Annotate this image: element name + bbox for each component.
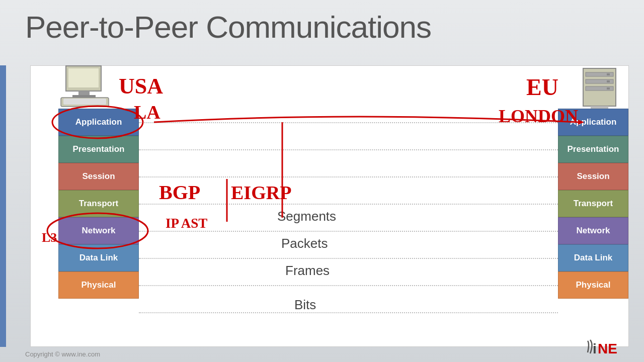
svg-rect-1	[68, 68, 99, 87]
logo: i NE	[584, 338, 629, 359]
dotted-line-session	[139, 176, 558, 177]
svg-rect-11	[607, 80, 610, 82]
left-layer-transport: Transport	[58, 190, 139, 217]
svg-rect-5	[63, 99, 106, 105]
svg-text:USA: USA	[119, 74, 163, 99]
right-layer-network: Network	[558, 217, 628, 244]
svg-text:NE: NE	[598, 341, 617, 356]
right-layer-physical: Physical	[558, 272, 628, 299]
left-layer-datalink: Data Link	[58, 244, 139, 272]
right-layer-session: Session	[558, 163, 628, 190]
svg-rect-10	[607, 73, 610, 75]
computer-right-icon	[576, 63, 626, 116]
left-layer-network: Network	[58, 217, 139, 244]
label-segments: Segments	[277, 209, 336, 224]
svg-text:L3: L3	[42, 230, 57, 245]
dotted-line-physical	[139, 285, 558, 286]
right-layer-application: Application	[558, 109, 628, 136]
svg-rect-12	[607, 87, 610, 89]
label-bits: Bits	[294, 297, 316, 313]
slide: Peer-to-Peer Communications	[0, 0, 644, 362]
left-osi-stack: Application Presentation Session Transpo…	[58, 109, 139, 299]
dotted-line-network	[139, 231, 558, 232]
dotted-line-application	[139, 122, 558, 123]
left-bar	[0, 65, 6, 347]
dotted-line-bottom	[139, 312, 558, 313]
left-layer-session: Session	[58, 163, 139, 190]
label-packets: Packets	[281, 236, 328, 251]
right-osi-stack: Application Presentation Session Transpo…	[558, 109, 628, 299]
content-area: Application Presentation Session Transpo…	[30, 65, 629, 347]
dotted-line-datalink	[139, 258, 558, 259]
computer-left-icon	[58, 63, 114, 116]
right-layer-transport: Transport	[558, 190, 628, 217]
svg-text:BGP: BGP	[159, 181, 200, 204]
dotted-line-presentation	[139, 149, 558, 150]
svg-text:EU: EU	[526, 74, 558, 100]
svg-rect-2	[78, 91, 90, 95]
right-layer-datalink: Data Link	[558, 244, 628, 272]
svg-text:i: i	[593, 341, 597, 356]
svg-text:EIGRP: EIGRP	[231, 182, 291, 203]
left-layer-physical: Physical	[58, 272, 139, 299]
left-layer-presentation: Presentation	[58, 136, 139, 163]
copyright-text: Copyright © www.ine.com	[25, 350, 100, 358]
label-frames: Frames	[285, 263, 330, 279]
slide-title: Peer-to-Peer Communications	[25, 9, 431, 45]
svg-text:IP   AST: IP AST	[166, 216, 207, 231]
left-layer-application: Application	[58, 109, 139, 136]
dotted-line-transport	[139, 204, 558, 205]
right-layer-presentation: Presentation	[558, 136, 628, 163]
